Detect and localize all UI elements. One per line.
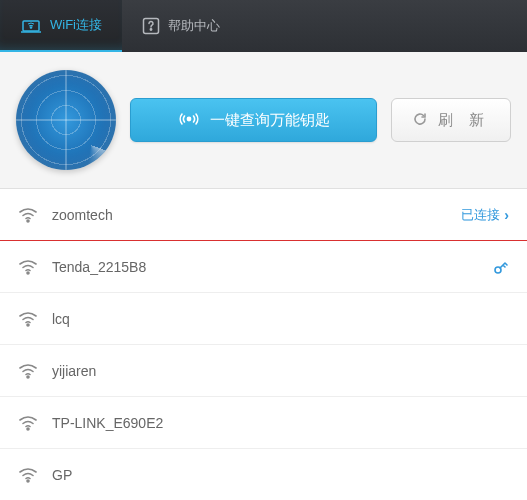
wifi-signal-icon bbox=[18, 207, 38, 223]
svg-point-4 bbox=[187, 117, 190, 120]
laptop-wifi-icon bbox=[20, 16, 42, 34]
radar-icon bbox=[16, 70, 116, 170]
wifi-signal-icon bbox=[18, 415, 38, 431]
network-name: GP bbox=[52, 467, 509, 483]
header-bar: WiFi连接 帮助中心 bbox=[0, 0, 527, 52]
svg-point-13 bbox=[27, 428, 29, 430]
wifi-signal-icon bbox=[18, 363, 38, 379]
network-item[interactable]: zoomtech 已连接 › bbox=[0, 189, 527, 241]
svg-point-11 bbox=[27, 376, 29, 378]
key-icon bbox=[493, 259, 509, 275]
network-item[interactable]: Tenda_2215B8 › bbox=[0, 241, 527, 293]
toolbar: 一键查询万能钥匙 刷 新 bbox=[0, 52, 527, 189]
help-icon bbox=[142, 17, 160, 35]
network-item[interactable]: GP › bbox=[0, 449, 527, 500]
network-name: zoomtech bbox=[52, 207, 447, 223]
svg-point-5 bbox=[27, 220, 29, 222]
chevron-right-icon: › bbox=[504, 207, 509, 223]
refresh-icon bbox=[412, 111, 428, 130]
wifi-signal-icon bbox=[18, 259, 38, 275]
network-status: 已连接 › bbox=[461, 206, 509, 224]
refresh-button-label: 刷 新 bbox=[438, 111, 490, 130]
network-list: zoomtech 已连接 › Tenda_2215B8 › bbox=[0, 189, 527, 500]
tab-help-label: 帮助中心 bbox=[168, 17, 220, 35]
tab-wifi[interactable]: WiFi连接 bbox=[0, 0, 122, 52]
svg-point-3 bbox=[150, 29, 151, 30]
network-name: lcq bbox=[52, 311, 509, 327]
scan-button-label: 一键查询万能钥匙 bbox=[210, 111, 330, 130]
tab-help[interactable]: 帮助中心 bbox=[122, 0, 240, 52]
network-name: TP-LINK_E690E2 bbox=[52, 415, 509, 431]
network-item[interactable]: TP-LINK_E690E2 › bbox=[0, 397, 527, 449]
connected-label: 已连接 bbox=[461, 206, 500, 224]
network-item[interactable]: yijiaren › bbox=[0, 345, 527, 397]
broadcast-icon bbox=[178, 110, 200, 131]
svg-point-15 bbox=[27, 480, 29, 482]
tab-wifi-label: WiFi连接 bbox=[50, 16, 102, 34]
svg-point-9 bbox=[27, 324, 29, 326]
network-name: Tenda_2215B8 bbox=[52, 259, 479, 275]
network-name: yijiaren bbox=[52, 363, 509, 379]
refresh-button[interactable]: 刷 新 bbox=[391, 98, 511, 142]
scan-button[interactable]: 一键查询万能钥匙 bbox=[130, 98, 377, 142]
wifi-signal-icon bbox=[18, 311, 38, 327]
wifi-signal-icon bbox=[18, 467, 38, 483]
svg-point-1 bbox=[30, 27, 31, 28]
network-item[interactable]: lcq › bbox=[0, 293, 527, 345]
svg-point-7 bbox=[27, 272, 29, 274]
